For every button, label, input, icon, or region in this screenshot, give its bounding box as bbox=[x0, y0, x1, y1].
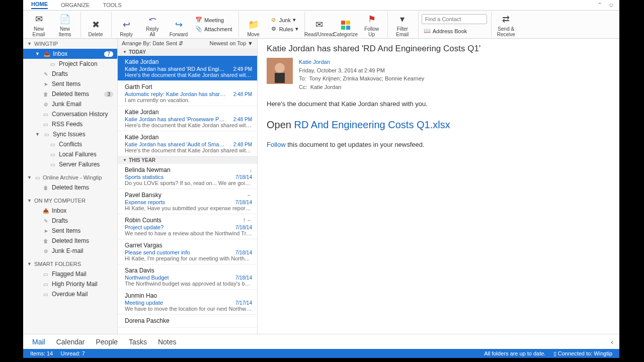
sidebar-item-rss[interactable]: ▭RSS Feeds bbox=[23, 119, 117, 129]
message-item[interactable]: Katie JordanKatie Jordan has shared 'Aud… bbox=[118, 131, 257, 156]
sidebar-item-archive-deleted[interactable]: 🗑Deleted Items bbox=[23, 183, 117, 193]
junk-icon: ⊘ bbox=[42, 248, 49, 254]
message-item[interactable]: Garret VargasPlease send customer info7/… bbox=[118, 239, 257, 264]
sent-icon: ➤ bbox=[42, 81, 49, 87]
sidebar-item-server-failures[interactable]: ▭Server Failures bbox=[23, 159, 117, 169]
nav-notes[interactable]: Notes bbox=[158, 338, 177, 346]
send-receive-icon: ⇄ bbox=[500, 13, 513, 26]
sort-order-label[interactable]: Newest on Top ▼ bbox=[209, 40, 253, 47]
nav-people[interactable]: People bbox=[96, 338, 118, 346]
delete-button[interactable]: ✖Delete bbox=[84, 12, 107, 37]
sidebar-item-sync-issues[interactable]: ▼▭Sync Issues bbox=[23, 129, 117, 139]
collapse-nav-icon[interactable]: ‹ bbox=[611, 338, 613, 346]
forward-button[interactable]: ↪Forward bbox=[167, 12, 190, 37]
folder-sidebar: ▼WINGTIP ▼📥Inbox7 ▭Project Falcon ✎Draft… bbox=[23, 39, 118, 334]
tab-organize[interactable]: ORGANIZE bbox=[61, 2, 90, 8]
message-item[interactable]: Katie JordanKatie Jordan has shared 'Pro… bbox=[118, 106, 257, 131]
connection-icon: ▯ bbox=[553, 350, 556, 356]
message-item[interactable]: ↓Belinda NewmanSports statistics7/18/14D… bbox=[118, 164, 257, 189]
collapse-ribbon-icon[interactable]: ⌃ bbox=[597, 2, 602, 9]
message-subject: Sports statistics bbox=[125, 174, 164, 180]
sidebar-item-sent[interactable]: ➤Sent Items bbox=[23, 79, 117, 89]
message-item[interactable]: Garth FortAutomatic reply: Katie Jordan … bbox=[118, 81, 257, 106]
shared-file-link[interactable]: RD And Engineering Costs Q1.xlsx bbox=[294, 119, 450, 130]
help-icon[interactable]: ☺ bbox=[608, 2, 614, 9]
message-subject: Katie Jordan has shared 'Proseware Proje… bbox=[125, 116, 225, 122]
sidebar-item-local-failures[interactable]: ▭Local Failures bbox=[23, 149, 117, 159]
status-bar: Items: 14 Unread: 7 All folders are up t… bbox=[23, 349, 619, 358]
message-preview: I am currently on vacation. bbox=[125, 97, 252, 103]
message-group-header[interactable]: ▼ THIS YEAR bbox=[118, 156, 257, 164]
find-contact-input[interactable]: Find a Contact bbox=[422, 14, 487, 24]
message-item[interactable]: ! ←Robin CountsProject update?7/18/14We … bbox=[118, 214, 257, 239]
message-time: 2:48 PM bbox=[233, 92, 252, 97]
categorize-button[interactable]: Categorize bbox=[334, 12, 357, 37]
message-subject: Northwind Budget bbox=[125, 275, 169, 281]
folder-icon: ▭ bbox=[43, 131, 50, 137]
sidebar-item-project-falcon[interactable]: ▭Project Falcon bbox=[23, 59, 117, 69]
message-item[interactable]: Junmin HaoMeeting update7/17/14We have t… bbox=[118, 290, 257, 315]
section-on-my-computer[interactable]: ▼ON MY COMPUTER bbox=[23, 196, 117, 206]
new-items-button[interactable]: 📄New Items bbox=[53, 12, 76, 37]
message-sender: Garth Fort bbox=[125, 83, 252, 90]
follow-link[interactable]: Follow bbox=[267, 141, 286, 148]
message-flag-icon: ← bbox=[247, 192, 252, 198]
sidebar-item-inbox[interactable]: ▼📥Inbox7 bbox=[23, 49, 117, 59]
address-book-icon: 📖 bbox=[424, 28, 431, 35]
attachment-button[interactable]: 📎Attachment bbox=[193, 25, 234, 33]
follow-up-button[interactable]: ⚑Follow Up bbox=[360, 12, 383, 37]
move-button[interactable]: 📁Move bbox=[242, 12, 265, 37]
message-subject: Katie Jordan has shared 'Audit of Small … bbox=[125, 141, 225, 147]
nav-mail[interactable]: Mail bbox=[32, 338, 45, 346]
sidebar-item-deleted[interactable]: 🗑Deleted Items3 bbox=[23, 89, 117, 99]
message-time: 2:48 PM bbox=[233, 142, 252, 147]
message-body: Here's the document that Katie Jordan sh… bbox=[267, 99, 610, 150]
message-list-sorter[interactable]: Arrange By: Date Sent ⇵ Newest on Top ▼ bbox=[118, 39, 257, 48]
account-header-wingtip[interactable]: ▼WINGTIP bbox=[23, 39, 117, 49]
sidebar-item-local-inbox[interactable]: 📥Inbox bbox=[23, 206, 117, 216]
sidebar-item-flagged[interactable]: ▭Flagged Mail bbox=[23, 269, 117, 279]
sidebar-item-local-sent[interactable]: ➤Sent Items bbox=[23, 226, 117, 236]
reply-all-button[interactable]: ⤺Reply All bbox=[141, 12, 164, 37]
ribbon-tabs: HOME ORGANIZE TOOLS ⌃ ☺ bbox=[23, 0, 619, 10]
message-group-header[interactable]: ▼ TODAY bbox=[118, 48, 257, 56]
filter-email-button[interactable]: ▾Filter Email bbox=[391, 12, 414, 37]
message-item[interactable]: Katie JordanKatie Jordan has shared 'RD … bbox=[118, 56, 257, 81]
rules-button[interactable]: ⚙Rules ▾ bbox=[268, 25, 300, 33]
new-email-button[interactable]: ✉New Email bbox=[27, 12, 50, 37]
sidebar-item-overdue[interactable]: ▭Overdue Mail bbox=[23, 289, 117, 299]
message-item[interactable]: ←Pavel BanskyExpense reports7/18/14Hi Ka… bbox=[118, 189, 257, 214]
sidebar-item-drafts[interactable]: ✎Drafts bbox=[23, 69, 117, 79]
sidebar-item-high-priority[interactable]: ▭High Priority Mail bbox=[23, 279, 117, 289]
message-item[interactable]: Dorena Paschke bbox=[118, 315, 257, 328]
sidebar-item-local-junk[interactable]: ⊘Junk E-mail bbox=[23, 246, 117, 256]
nav-tasks[interactable]: Tasks bbox=[129, 338, 147, 346]
message-flag-icon: ↓ bbox=[250, 167, 253, 173]
folder-icon: ▭ bbox=[42, 291, 49, 297]
trash-icon: 🗑 bbox=[42, 185, 49, 191]
read-unread-button[interactable]: ✉Read/Unread bbox=[308, 12, 331, 37]
sidebar-item-conflicts[interactable]: ▭Conflicts bbox=[23, 139, 117, 149]
message-time: 2:49 PM bbox=[233, 66, 252, 72]
tab-home[interactable]: HOME bbox=[31, 1, 48, 9]
junk-button[interactable]: ⊘Junk ▾ bbox=[268, 16, 300, 24]
message-item[interactable]: Sara DavisNorthwind Budget7/18/14The Nor… bbox=[118, 264, 257, 290]
sidebar-item-conv-history[interactable]: ▭Conversation History bbox=[23, 109, 117, 119]
sidebar-item-local-deleted[interactable]: 🗑Deleted Items bbox=[23, 236, 117, 246]
send-receive-button[interactable]: ⇄Send & Receive bbox=[495, 12, 518, 37]
envelope-icon: ✉ bbox=[32, 13, 45, 26]
address-book-button[interactable]: 📖Address Book bbox=[422, 27, 487, 35]
folder-icon: ▭ bbox=[42, 281, 49, 287]
meeting-button[interactable]: 📅Meeting bbox=[193, 16, 234, 24]
sidebar-item-junk[interactable]: ⊘Junk Email bbox=[23, 99, 117, 109]
junk-icon: ⊘ bbox=[270, 17, 277, 24]
section-smart-folders[interactable]: ▼SMART FOLDERS bbox=[23, 259, 117, 269]
message-time: 7/18/14 bbox=[235, 275, 252, 281]
arrange-by-label[interactable]: Arrange By: Date Sent ⇵ bbox=[122, 40, 183, 47]
junk-icon: ⊘ bbox=[42, 101, 49, 107]
account-header-archive[interactable]: ▼▭Online Archive - Wingtip bbox=[23, 172, 117, 183]
tab-tools[interactable]: TOOLS bbox=[103, 2, 121, 8]
reply-button[interactable]: ↩Reply bbox=[115, 12, 138, 37]
nav-calendar[interactable]: Calendar bbox=[56, 338, 85, 346]
sidebar-item-local-drafts[interactable]: ✎Drafts bbox=[23, 216, 117, 226]
